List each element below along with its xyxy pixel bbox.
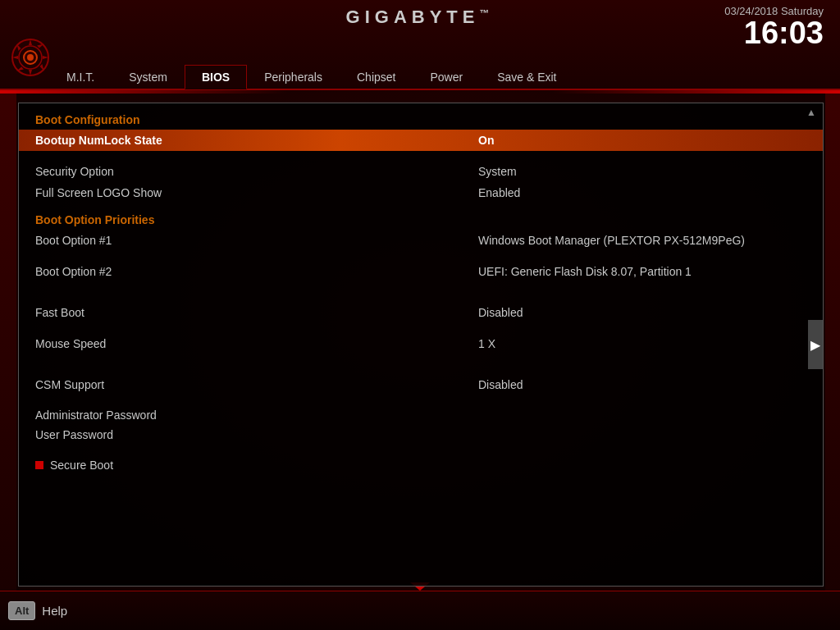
divider6 [35,354,806,374]
bottom-bar: Alt Help [0,591,840,630]
alt-key-badge: Alt [8,601,35,620]
boot-option2-value: UEFI: Generic Flash Disk 8.07, Partition… [478,265,806,278]
divider3 [35,251,806,261]
admin-password-row[interactable]: Administrator Password [35,405,806,425]
full-screen-logo-label: Full Screen LOGO Show [35,186,162,199]
tab-system[interactable]: System [112,65,185,89]
divider7 [35,395,806,405]
boot-option1-row[interactable]: Boot Option #1 Windows Boot Manager (PLE… [35,230,806,251]
header: GIGABYTE™ 03/24/2018 Saturday 16:03 M. [0,0,840,90]
mouse-speed-value: 1 X [478,337,806,350]
mouse-speed-label: Mouse Speed [35,337,106,350]
tab-mit[interactable]: M.I.T. [49,65,112,89]
scroll-arrow-top: ▲ [806,107,816,118]
brand-name: GIGABYTE [346,7,480,27]
full-screen-logo-row[interactable]: Full Screen LOGO Show Enabled [35,182,806,203]
content-inner: Boot Configuration Bootup NumLock State … [19,103,823,486]
brand-title: GIGABYTE™ [0,0,840,28]
section-boot-priorities: Boot Option Priorities [35,213,806,226]
boot-option1-label: Boot Option #1 [35,234,112,247]
deco-top-right [553,90,840,94]
divider5 [35,323,806,333]
secure-boot-row[interactable]: Secure Boot [35,454,806,476]
tab-power[interactable]: Power [413,65,480,89]
tab-bios[interactable]: BIOS [185,65,247,89]
bootup-numlock-value: On [478,134,806,147]
security-option-label: Security Option [35,165,114,178]
divider2 [35,203,806,213]
nav-bar: M.I.T. System BIOS Peripherals Chipset P… [0,57,840,89]
scroll-right-arrow[interactable]: ▶ [808,320,823,369]
deco-left [0,90,16,591]
tab-save-exit[interactable]: Save & Exit [480,65,573,89]
time-display: 16:03 [724,17,824,48]
main-content-panel: ▲ Boot Configuration Bootup NumLock Stat… [18,103,824,587]
divider1 [35,151,806,161]
csm-support-row[interactable]: CSM Support Disabled [35,374,806,395]
help-label: Help [42,604,67,618]
boot-option1-value: Windows Boot Manager (PLEXTOR PX-512M9Pe… [478,234,806,247]
mouse-speed-row[interactable]: Mouse Speed 1 X [35,333,806,354]
divider4 [35,282,806,302]
section-boot-config: Boot Configuration [35,113,806,126]
brand-tm: ™ [479,7,494,19]
boot-option2-row[interactable]: Boot Option #2 UEFI: Generic Flash Disk … [35,261,806,282]
tab-peripherals[interactable]: Peripherals [247,65,340,89]
bootup-numlock-row[interactable]: Bootup NumLock State On [19,130,823,151]
bootup-numlock-label: Bootup NumLock State [35,134,162,147]
user-password-label: User Password [35,428,113,441]
fast-boot-row[interactable]: Fast Boot Disabled [35,302,806,323]
csm-support-value: Disabled [478,378,806,391]
security-option-row[interactable]: Security Option System [35,161,806,182]
tab-chipset[interactable]: Chipset [340,65,413,89]
security-option-value: System [478,165,806,178]
boot-option2-label: Boot Option #2 [35,265,112,278]
secure-boot-label: Secure Boot [50,459,113,472]
deco-top-left [0,90,287,94]
admin-password-label: Administrator Password [35,409,157,422]
secure-boot-indicator [35,461,43,469]
full-screen-logo-value: Enabled [478,186,806,199]
divider8 [35,445,806,454]
csm-support-label: CSM Support [35,378,104,391]
datetime: 03/24/2018 Saturday 16:03 [724,5,824,48]
fast-boot-label: Fast Boot [35,306,84,319]
fast-boot-value: Disabled [478,306,806,319]
deco-right [825,90,840,591]
user-password-row[interactable]: User Password [35,425,806,445]
